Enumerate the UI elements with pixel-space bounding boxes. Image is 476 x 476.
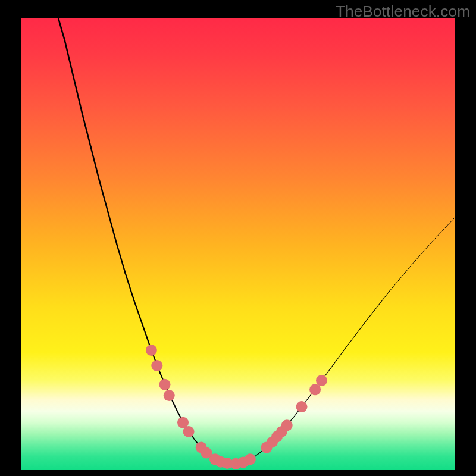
data-marker <box>159 379 170 390</box>
data-marker <box>183 426 195 437</box>
data-marker <box>245 453 256 465</box>
data-marker <box>316 375 327 386</box>
data-marker <box>164 390 175 401</box>
data-marker <box>296 401 308 412</box>
chart-background <box>21 18 455 470</box>
chart-plot-area <box>21 18 455 470</box>
outer-frame: TheBottleneck.com <box>0 0 476 476</box>
data-marker <box>146 345 157 356</box>
data-marker <box>309 384 321 395</box>
data-marker <box>151 360 162 371</box>
data-marker <box>281 419 293 431</box>
watermark-text: TheBottleneck.com <box>336 2 470 21</box>
chart-svg <box>21 18 455 470</box>
